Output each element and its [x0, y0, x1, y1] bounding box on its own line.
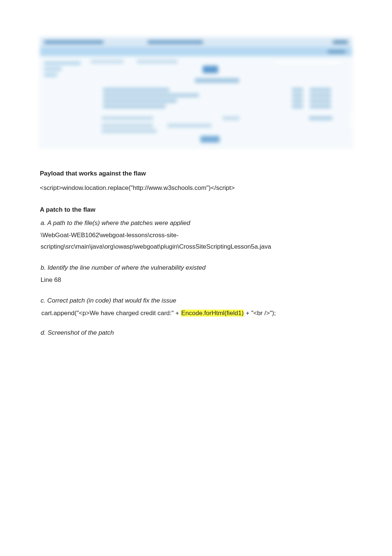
- blur-chip: [310, 105, 331, 108]
- blur-chip: [223, 116, 240, 120]
- subsection-c: c. Correct patch (in code) that would fi…: [40, 297, 352, 318]
- screenshot-topbar: [40, 37, 352, 47]
- code-highlight: Encode.forHtml(field1): [181, 310, 244, 317]
- blur-chip: [310, 88, 331, 92]
- blur-button: [203, 66, 218, 73]
- subsection-b: b. Identify the line number of where the…: [40, 264, 352, 285]
- blur-chip: [44, 61, 81, 65]
- blur-chip: [310, 99, 331, 103]
- blur-chip: [103, 93, 199, 97]
- blur-submit: [200, 136, 220, 143]
- blur-chip: [44, 73, 57, 77]
- subsection-b-label: b. Identify the line number of where the…: [41, 264, 352, 272]
- patch-section: A patch to the flaw a. A path to the fil…: [40, 206, 352, 337]
- subsection-c-label: c. Correct patch (in code) that would fi…: [41, 297, 352, 304]
- blur-strip: [333, 41, 348, 44]
- subsection-d: d. Screenshot of the patch: [40, 329, 352, 337]
- subsection-a-label: a. A path to the file(s) where the patch…: [41, 219, 352, 227]
- blur-chip: [167, 124, 212, 127]
- blur-search: [273, 60, 343, 66]
- code-suffix: + "<br />");: [244, 310, 276, 317]
- screenshot-main: [88, 56, 352, 147]
- path-line-1: \WebGoat-WEB1062\webgoat-lessons\cross-s…: [41, 231, 352, 240]
- embedded-screenshot: [40, 37, 352, 148]
- blur-chip: [102, 116, 153, 120]
- code-prefix: cart.append("<p>We have charged credit c…: [41, 310, 181, 317]
- blur-strip: [328, 51, 345, 53]
- blur-chip: [137, 60, 178, 64]
- subsection-a: a. A path to the file(s) where the patch…: [40, 219, 352, 252]
- payload-section: Payload that works against the flaw <scr…: [40, 170, 352, 193]
- line-number-value: Line 68: [41, 275, 352, 285]
- screenshot-subbar: [40, 47, 352, 56]
- screenshot-body: [40, 56, 352, 148]
- blur-chip: [103, 99, 177, 103]
- blur-chip: [103, 88, 169, 92]
- blur-title: [195, 78, 239, 83]
- blur-chip: [292, 105, 303, 108]
- patch-code-line: cart.append("<p>We have charged credit c…: [41, 308, 352, 318]
- blur-chip: [292, 88, 303, 92]
- path-line-2: scripting\src\main\java\org\owasp\webgoa…: [41, 242, 352, 252]
- blur-chip: [292, 93, 303, 97]
- blur-chip: [44, 67, 62, 71]
- blur-chip: [103, 105, 166, 108]
- blur-chip: [292, 99, 303, 103]
- blur-chip: [90, 60, 124, 64]
- blur-chip: [102, 129, 157, 133]
- blur-strip: [148, 41, 203, 44]
- payload-code: <script>window.location.replace("http://…: [40, 183, 352, 193]
- subsection-d-label: d. Screenshot of the patch: [41, 329, 352, 337]
- screenshot-sidebar: [40, 56, 88, 147]
- payload-heading: Payload that works against the flaw: [40, 170, 352, 177]
- blur-corner: [348, 109, 353, 131]
- blur-chip: [102, 124, 153, 127]
- blur-chip: [310, 93, 331, 97]
- blur-chip: [309, 116, 333, 120]
- patch-heading: A patch to the flaw: [40, 206, 352, 214]
- blur-strip: [44, 41, 103, 44]
